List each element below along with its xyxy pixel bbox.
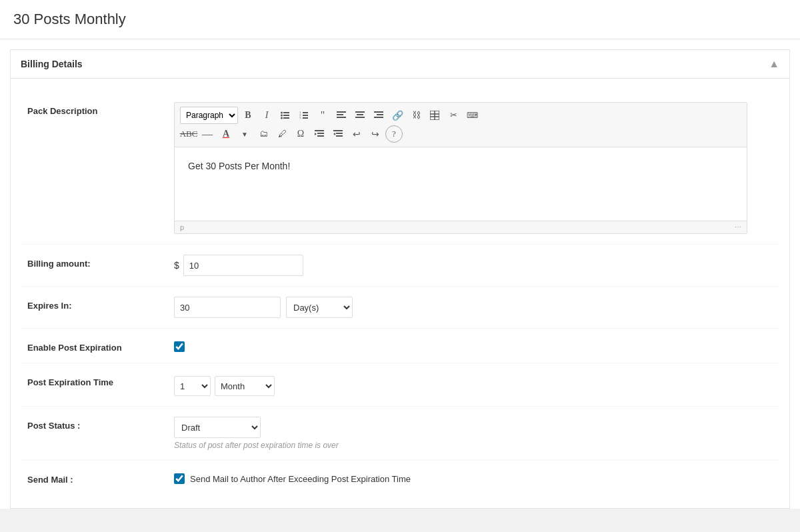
font-color-button[interactable]: A xyxy=(217,125,235,143)
link-button[interactable]: 🔗 xyxy=(389,107,406,124)
svg-rect-18 xyxy=(374,111,383,113)
enable-post-expiration-field xyxy=(174,339,773,352)
expiration-number-select[interactable]: 1 2 3 6 12 xyxy=(174,376,211,396)
colorpicker-btn[interactable]: ▼ xyxy=(236,125,253,143)
align-center-button[interactable] xyxy=(351,107,369,124)
editor-tag-indicator: p xyxy=(180,223,184,231)
svg-marker-28 xyxy=(315,133,317,135)
blockquote-button[interactable]: " xyxy=(314,107,331,124)
post-status-help: Status of post after post expiration tim… xyxy=(174,441,773,450)
ol-button[interactable]: 123 xyxy=(295,107,313,124)
redo-button[interactable]: ↪ xyxy=(367,125,384,143)
enable-post-expiration-row: Enable Post Expiration xyxy=(21,329,779,363)
page-title-bar: 30 Posts Monthly xyxy=(0,0,800,39)
post-status-field: Draft Publish Pending Status of post aft… xyxy=(174,417,773,450)
svg-rect-12 xyxy=(337,111,346,113)
keyboard-button[interactable]: ⌨ xyxy=(463,107,481,124)
section-toggle-icon[interactable]: ▲ xyxy=(769,58,779,70)
hr-button[interactable]: — xyxy=(199,125,216,143)
expiration-unit-select[interactable]: Month Day Week Year xyxy=(215,376,275,396)
editor-content[interactable]: Get 30 Posts Per Month! xyxy=(175,147,747,221)
expiration-row: 1 2 3 6 12 Month Day Week Year xyxy=(174,373,773,396)
resize-indicator: ⋯ xyxy=(735,223,741,231)
outdent-button[interactable] xyxy=(329,125,347,143)
billing-amount-field: $ xyxy=(174,255,773,276)
svg-rect-17 xyxy=(355,117,365,118)
svg-rect-2 xyxy=(283,117,289,119)
svg-rect-19 xyxy=(377,114,383,115)
billing-amount-label: Billing amount: xyxy=(27,255,174,269)
currency-symbol: $ xyxy=(174,260,179,271)
post-status-select[interactable]: Draft Publish Pending xyxy=(174,417,261,438)
expires-in-unit-select[interactable]: Day(s) Week(s) Month(s) Year(s) xyxy=(286,297,353,318)
cut-button[interactable]: ✂ xyxy=(445,107,462,124)
toolbar-row-1: Paragraph Heading 1 Heading 2 B I xyxy=(180,107,741,124)
paragraph-select[interactable]: Paragraph Heading 1 Heading 2 xyxy=(180,107,238,124)
section-body: Pack Description Paragraph Heading 1 Hea… xyxy=(11,79,789,508)
page-title: 30 Posts Monthly xyxy=(13,11,787,28)
svg-rect-26 xyxy=(317,133,324,134)
svg-rect-20 xyxy=(374,117,383,118)
undo-button[interactable]: ↩ xyxy=(348,125,365,143)
post-status-row: Post Status : Draft Publish Pending Stat… xyxy=(21,407,779,461)
svg-rect-14 xyxy=(337,117,346,118)
svg-rect-30 xyxy=(336,133,343,134)
enable-post-expiration-wrapper xyxy=(174,339,773,352)
svg-rect-27 xyxy=(317,135,324,137)
align-left-button[interactable] xyxy=(333,107,350,124)
align-right-button[interactable] xyxy=(370,107,387,124)
svg-rect-31 xyxy=(336,135,343,137)
send-mail-field: Send Mail to Author After Exceeding Post… xyxy=(174,471,773,484)
section-header-title: Billing Details xyxy=(21,59,83,69)
italic-button[interactable]: I xyxy=(258,107,275,124)
send-mail-row: Send Mail : Send Mail to Author After Ex… xyxy=(21,461,779,495)
expires-in-field: Day(s) Week(s) Month(s) Year(s) xyxy=(174,297,773,318)
indent-button[interactable] xyxy=(311,125,328,143)
svg-marker-32 xyxy=(333,133,335,135)
enable-post-expiration-checkbox[interactable] xyxy=(174,341,185,352)
svg-rect-1 xyxy=(283,115,289,116)
pack-description-label: Pack Description xyxy=(27,102,174,116)
ul-button[interactable] xyxy=(277,107,294,124)
eraser-button[interactable]: 🖊 xyxy=(273,125,291,143)
svg-text:3: 3 xyxy=(299,116,301,119)
editor-toolbar: Paragraph Heading 1 Heading 2 B I xyxy=(175,103,747,147)
svg-rect-7 xyxy=(303,115,308,116)
svg-rect-0 xyxy=(283,112,289,113)
editor-footer: p ⋯ xyxy=(175,221,747,233)
table-button[interactable] xyxy=(426,107,443,124)
enable-post-expiration-label: Enable Post Expiration xyxy=(27,339,174,353)
post-expiration-time-label: Post Expiration Time xyxy=(27,373,174,387)
billing-details-section: Billing Details ▲ Pack Description Parag… xyxy=(10,49,790,509)
pack-description-row: Pack Description Paragraph Heading 1 Hea… xyxy=(21,92,779,245)
expires-in-input[interactable] xyxy=(174,297,281,318)
billing-amount-input[interactable] xyxy=(183,255,303,276)
billing-amount-row: Billing amount: $ xyxy=(21,245,779,287)
send-mail-checkbox[interactable] xyxy=(174,473,185,484)
svg-rect-8 xyxy=(303,117,308,119)
unlink-button[interactable]: ⛓ xyxy=(407,107,425,124)
svg-point-3 xyxy=(281,112,283,114)
strikethrough-button[interactable]: ABC xyxy=(180,125,197,143)
omega-button[interactable]: Ω xyxy=(292,125,309,143)
send-mail-checkbox-label: Send Mail to Author After Exceeding Post… xyxy=(190,474,411,484)
post-expiration-time-field: 1 2 3 6 12 Month Day Week Year xyxy=(174,373,773,396)
send-mail-wrapper: Send Mail to Author After Exceeding Post… xyxy=(174,471,773,484)
post-status-label: Post Status : xyxy=(27,417,174,431)
page-wrapper: 30 Posts Monthly Billing Details ▲ Pack … xyxy=(0,0,800,509)
svg-rect-25 xyxy=(315,130,324,131)
pack-description-field: Paragraph Heading 1 Heading 2 B I xyxy=(174,102,773,234)
svg-rect-29 xyxy=(333,130,343,131)
currency-row: $ xyxy=(174,255,773,276)
editor-wrapper: Paragraph Heading 1 Heading 2 B I xyxy=(174,102,747,234)
expires-in-row: Expires In: Day(s) Week(s) Month(s) Year… xyxy=(21,287,779,329)
bold-button[interactable]: B xyxy=(239,107,257,124)
send-mail-label: Send Mail : xyxy=(27,471,174,485)
expires-in-label: Expires In: xyxy=(27,297,174,311)
upload-button[interactable]: 🗂 xyxy=(255,125,272,143)
help-button[interactable]: ? xyxy=(385,125,403,143)
svg-rect-6 xyxy=(303,112,308,113)
svg-point-5 xyxy=(281,117,283,119)
expires-row: Day(s) Week(s) Month(s) Year(s) xyxy=(174,297,773,318)
toolbar-row-2: ABC — A ▼ 🗂 🖊 Ω xyxy=(180,125,741,143)
